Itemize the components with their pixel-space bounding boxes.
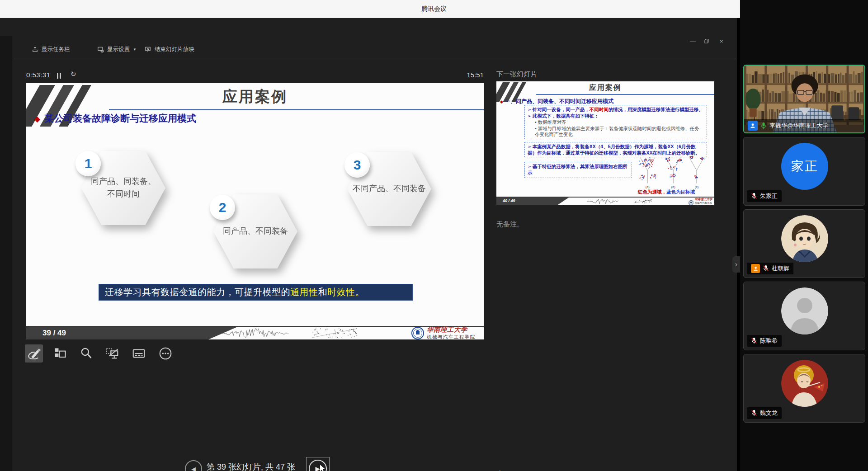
participant-tile-liweihua[interactable]: 李巍华@华南理工大学 [743,65,865,133]
participant-tile-zhujiazheng[interactable]: 家正 朱家正 [743,137,865,206]
participant-name: 杜朝辉 [772,264,789,273]
waveform-image [587,198,618,204]
speaker-notes: 无备注。 [496,220,524,229]
display-settings-icon [97,46,104,53]
avatar: 家正 [781,143,828,190]
figure-label-c: (c) [695,185,698,189]
show-taskbar-label: 显示任务栏 [42,46,70,53]
participant-tile-chenweixi[interactable]: 陈唯希 [743,282,865,350]
participant-name: 魏文龙 [760,409,778,417]
participant-name: 朱家正 [760,192,778,200]
university-name: 华南理工大学 [427,326,476,334]
slide-page-number: 39 / 49 [42,329,66,338]
current-time: 15:51 [452,71,484,79]
slide-heading: ◆某公司装备故障诊断与迁移应用模式 [34,112,196,125]
university-emblem-icon [689,200,693,206]
avatar [781,215,828,262]
slide-footer-line [496,197,714,198]
hexagon-1-number: 1 [75,151,101,176]
mic-muted-icon [751,193,757,200]
ppt-restore-button[interactable] [704,39,709,43]
next-slide-title: 应用案例 [496,83,714,93]
magnifier-icon [79,346,94,361]
transfer-algorithm-figure: (a) (b) (c) [632,152,712,189]
zoom-slide-button[interactable] [77,344,95,363]
collapse-sidebar-button[interactable]: › [732,256,740,273]
avatar [781,360,828,407]
ppt-close-button[interactable]: × [720,38,723,45]
end-slideshow-button[interactable]: 结束幻灯片放映 [145,44,194,54]
slide-position-label: 第 39 张幻灯片, 共 47 张 [194,462,307,471]
projector-icon [105,346,120,361]
textbox-bullet: • 源域与目标域的差异主要来源于：装备健康状态随时间的退化或因维修、任务令变化而… [528,126,704,138]
ppt-minimize-button[interactable]: — [690,38,696,45]
department-name: 机械与汽车工程学院 [694,202,714,208]
mic-muted-icon [751,410,757,417]
participant-label: 魏文龙 [747,407,782,419]
member-badge-icon [751,264,760,273]
next-slide-page-number: 40 / 49 [503,198,515,203]
black-screen-button[interactable] [104,344,122,363]
restore-icon [704,39,709,43]
next-slide-header: 下一张幻灯片 [496,70,537,79]
display-settings-button[interactable]: 显示设置 ▼ [97,44,137,54]
participant-tile-duzhaohui[interactable]: 杜朝辉 [743,209,865,278]
participant-label: 朱家正 [747,190,782,202]
caret-down-icon: ▼ [133,47,137,52]
figure-label-b: (b) [671,185,675,189]
scatter-image [310,327,360,339]
pause-timer-button[interactable] [57,73,62,79]
mic-muted-icon [751,337,757,344]
university-logo: 华南理工大学 机械与汽车工程学院 [411,326,476,340]
captions-button[interactable] [130,344,148,363]
mic-on-icon [760,122,767,130]
increase-font-button[interactable]: A [497,469,502,471]
university-logo: 华南理工大学 机械与汽车工程学院 [689,198,714,208]
figure-caption: 红色为源域，蓝色为目标域 [621,189,712,195]
display-settings-label: 显示设置 [107,46,130,53]
title-underline [536,94,714,95]
show-taskbar-button[interactable]: 显示任务栏 [32,44,70,54]
diamond-bullet-icon: ◆ [34,115,40,123]
participants-sidebar: 李巍华@华南理工大学 家正 朱家正 [740,0,868,471]
diamond-bullet-icon: ◆ [500,99,503,104]
participant-name: 李巍华@华南理工大学 [769,122,828,130]
textbox-bullet: • 数据维度对齐 [528,119,704,126]
next-slide-textbox-3: ➢基于特征的迁移算法，其算法原理图如右图所示 [524,162,632,178]
participant-name: 陈唯希 [760,337,778,345]
captions-icon [131,346,146,361]
all-slides-button[interactable] [51,344,69,363]
textbox-line: ➢此模式下，数据具有如下特征： [528,113,704,119]
waveform-image [221,328,288,339]
toolbar-separator [14,58,736,58]
taskbar-icon [32,46,38,53]
title-underline [109,109,484,110]
participant-label: 陈唯希 [747,335,782,347]
end-show-icon [145,46,151,53]
department-name: 机械与汽车工程学院 [427,334,476,340]
hexagon-3-number: 3 [344,152,370,178]
pen-tool-button[interactable] [25,344,43,363]
next-slide-textbox-1: ➢针对同一设备，同一产品，不同时间的情况，用深度模型迁移算法进行模型迁移。 ➢此… [524,105,707,139]
next-slide-thumbnail[interactable]: 应用案例 ◆一、同产品、同装备、不同时间迁移应用模式 ➢针对同一设备，同一产品，… [496,81,714,205]
next-slide-heading: ◆一、同产品、同装备、不同时间迁移应用模式 [500,98,613,105]
participant-label: 李巍华@华南理工大学 [744,119,864,132]
window-title: 腾讯会议 [0,5,868,13]
slides-grid-icon [53,346,67,361]
presenter-badge-icon [748,121,758,131]
screen-edge-strip [0,36,12,471]
scatter-image [632,198,655,204]
university-emblem-icon [411,327,424,339]
presentation-timer: 0:53:31 [26,71,51,79]
participant-label: 杜朝辉 [747,263,793,274]
end-slideshow-label: 结束幻灯片放映 [155,46,194,53]
more-options-button[interactable] [156,344,175,363]
pen-icon [26,346,42,361]
figure-label-a: (a) [646,185,650,189]
mouse-cursor [319,464,326,471]
key-message-banner: 迁移学习具有数据变通的能力，可提升模型的通用性和时效性。 [99,284,413,301]
restart-timer-button[interactable]: ↻ [71,70,76,78]
shared-screen-area: — × 显示任务栏 显示设置 ▼ [0,18,737,471]
mic-muted-icon [763,265,769,272]
participant-tile-weiwenlong[interactable]: 魏文龙 [743,354,865,423]
